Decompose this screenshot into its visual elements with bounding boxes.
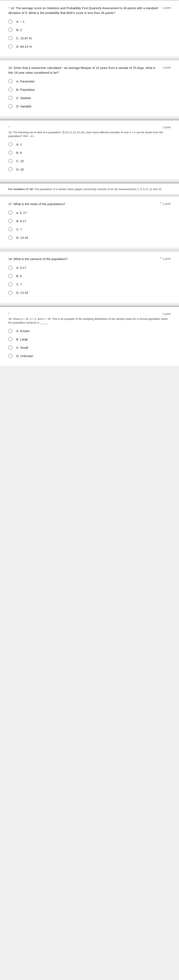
radio-14-d[interactable]	[8, 45, 13, 49]
option-15-b-label: B. Population	[16, 88, 35, 91]
option-14-c-label: C. 15.87 %	[16, 37, 32, 40]
radio-17-c[interactable]	[8, 227, 13, 231]
info-block-17-18: For numbers 17-18: The population of a c…	[0, 183, 179, 194]
point-label-19: 1 point	[163, 312, 171, 315]
option-19-a-label: A. Known	[16, 329, 30, 333]
radio-16-d[interactable]	[8, 167, 13, 171]
option-17-d[interactable]: D. 13.33	[8, 233, 171, 242]
options-list-14: A. − 1 B. 1 C. 15.87 % D. 84.13 %	[8, 17, 171, 51]
option-15-b[interactable]: B. Population	[8, 85, 171, 94]
option-15-c[interactable]: C. Statistic	[8, 94, 171, 102]
radio-16-c[interactable]	[8, 159, 13, 163]
question-17: 17. What is the mean of the populations?…	[0, 196, 179, 248]
point-label-18: 1 point	[163, 257, 171, 260]
option-16-c[interactable]: C. 15	[8, 157, 171, 165]
radio-19-b[interactable]	[8, 337, 13, 341]
option-17-a[interactable]: a. 5. 17	[8, 208, 171, 217]
point-label-16: 1 point	[163, 126, 171, 129]
radio-15-c[interactable]	[8, 96, 13, 100]
option-18-c[interactable]: C. 7	[8, 280, 171, 289]
point-label-14: 1 point	[163, 6, 171, 10]
question-16-description: 16. The following set of data of a popul…	[8, 130, 171, 138]
option-16-a[interactable]: A. 1	[8, 140, 171, 148]
radio-18-c[interactable]	[8, 282, 13, 286]
option-18-b-label: B. 6	[16, 274, 22, 278]
radio-17-d[interactable]	[8, 235, 13, 240]
point-label-15: 1 point	[163, 66, 171, 69]
question-19-description: 19. Given μ = 15, σ = 5, and n = 19. Thi…	[8, 317, 171, 325]
option-17-d-label: D. 13.33	[16, 236, 28, 239]
option-19-d[interactable]: D. Unknown	[8, 352, 171, 360]
question-19-card: * 1 point 19. Given μ = 15, σ = 5, and n…	[0, 306, 179, 366]
required-star-19: *	[8, 312, 10, 315]
option-16-b[interactable]: B. 6	[8, 148, 171, 157]
required-star-17: *	[160, 202, 161, 205]
option-15-c-label: C. Statistic	[16, 96, 31, 100]
option-18-d-label: D. 13.33	[16, 291, 28, 294]
option-15-a-label: A. Parameter	[16, 80, 35, 83]
divider-15-16	[0, 118, 179, 119]
radio-19-a[interactable]	[8, 329, 13, 333]
option-16-a-label: A. 1	[16, 143, 22, 146]
option-14-b[interactable]: B. 1	[8, 25, 171, 34]
option-18-a[interactable]: A. 5.17	[8, 264, 171, 272]
option-18-d[interactable]: D. 13.33	[8, 289, 171, 297]
option-15-d-label: D. Variable	[16, 105, 32, 108]
option-15-a[interactable]: A. Parameter	[8, 77, 171, 85]
radio-15-a[interactable]	[8, 79, 13, 83]
option-18-b[interactable]: B. 6	[8, 272, 171, 280]
option-17-c-label: C. 7	[16, 228, 22, 231]
option-14-a[interactable]: A. − 1	[8, 17, 171, 25]
radio-14-b[interactable]	[8, 28, 13, 32]
divider-16-17	[0, 181, 179, 183]
question-17-body: 17. What is the mean of the populations?	[8, 202, 65, 206]
option-14-d[interactable]: D. 84.13 %	[8, 42, 171, 51]
question-16-card: * 1 point 16. The following set of data …	[0, 119, 179, 179]
option-16-b-label: B. 6	[16, 151, 22, 154]
option-14-d-label: D. 84.13 %	[16, 45, 32, 48]
option-15-d[interactable]: D. Variable	[8, 102, 171, 110]
option-19-b-label: B. Large	[16, 337, 28, 341]
radio-19-d[interactable]	[8, 354, 13, 358]
radio-14-a[interactable]	[8, 19, 13, 24]
options-list-15: A. Parameter B. Population C. Statistic …	[8, 77, 171, 110]
option-16-c-label: C. 15	[16, 159, 24, 163]
question-14-body: 14. The average score on Statistics and …	[8, 6, 158, 14]
option-16-d[interactable]: D. 16	[8, 165, 171, 173]
question-18: 18. What is the variance of the populati…	[0, 251, 179, 303]
option-14-c[interactable]: C. 15.87 %	[8, 34, 171, 42]
question-14-text: * 14. The average score on Statistics an…	[8, 6, 163, 15]
radio-14-c[interactable]	[8, 36, 13, 40]
radio-17-a[interactable]	[8, 210, 13, 215]
question-18-text: 18. What is the variance of the populati…	[8, 257, 160, 261]
option-14-a-label: A. − 1	[16, 20, 25, 23]
radio-18-b[interactable]	[8, 274, 13, 278]
divider-info-17	[0, 194, 179, 196]
radio-15-d[interactable]	[8, 104, 13, 108]
option-19-c-label: C. Small	[16, 346, 28, 349]
radio-15-b[interactable]	[8, 88, 13, 92]
question-18-body: 18. What is the variance of the populati…	[8, 257, 67, 261]
radio-16-b[interactable]	[8, 151, 13, 155]
question-15-body: 15. Given that a researcher calculated	[8, 66, 62, 70]
option-17-c[interactable]: C. 7	[8, 225, 171, 233]
option-19-a[interactable]: A. Known	[8, 327, 171, 335]
option-18-c-label: C. 7	[16, 283, 22, 286]
divider-14-15	[0, 58, 179, 60]
required-star-18: *	[160, 257, 161, 261]
option-17-b-label: B. 6.17	[16, 219, 26, 223]
radio-18-d[interactable]	[8, 291, 13, 295]
options-list-19: A. Known B. Large C. Small D. Unknown	[8, 327, 171, 360]
required-star-16: *	[8, 125, 10, 129]
radio-19-c[interactable]	[8, 345, 13, 350]
radio-16-a[interactable]	[8, 142, 13, 146]
radio-17-b[interactable]	[8, 219, 13, 223]
option-19-d-label: D. Unknown	[16, 354, 34, 358]
option-18-a-label: A. 5.17	[16, 266, 26, 269]
option-17-b[interactable]: B. 6.17	[8, 217, 171, 225]
option-19-c[interactable]: C. Small	[8, 343, 171, 352]
divider-17-18	[0, 249, 179, 251]
point-label-17: 1 point	[163, 202, 171, 205]
option-19-b[interactable]: B. Large	[8, 335, 171, 343]
radio-18-a[interactable]	[8, 266, 13, 270]
